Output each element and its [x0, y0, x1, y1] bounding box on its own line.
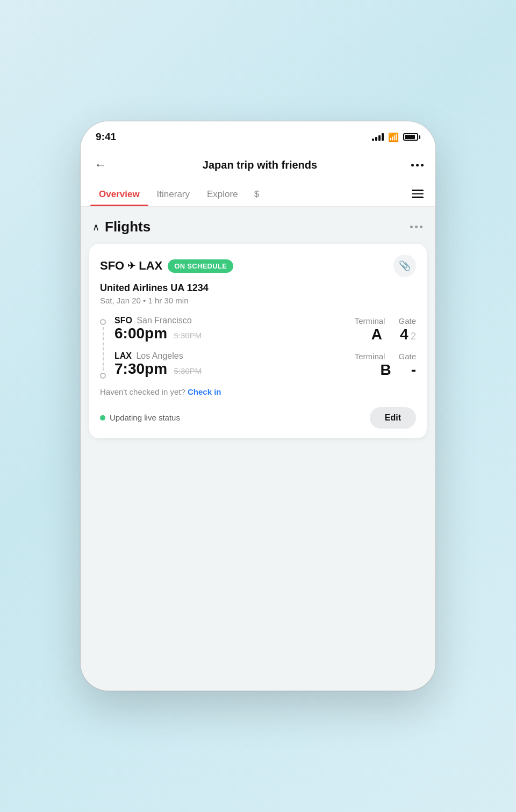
arr-airport-code: LAX: [114, 351, 132, 360]
section-more-button[interactable]: [410, 226, 422, 228]
flight-stops: SFO San Francisco 6:00pm 5:30PM Terminal: [100, 316, 416, 379]
stops-details: SFO San Francisco 6:00pm 5:30PM Terminal: [114, 316, 416, 379]
live-status-dot: [100, 415, 105, 421]
dep-terminal-value: A: [371, 326, 382, 343]
edit-button[interactable]: Edit: [370, 407, 416, 429]
dep-terminal-label: Terminal Gate: [355, 316, 416, 327]
route-airports: SFO ✈ LAX: [100, 259, 162, 273]
signal-icon: [372, 133, 384, 141]
checkin-row: Haven't checked in yet? Check in: [100, 387, 416, 396]
tab-menu-button[interactable]: [410, 187, 426, 200]
flights-section-header: ∧ Flights: [81, 207, 435, 244]
arrival-right: Terminal Gate B -: [355, 351, 416, 378]
dep-time: 6:00pm: [114, 325, 167, 342]
tab-explore[interactable]: Explore: [198, 182, 247, 206]
dep-old-time: 5:30PM: [174, 331, 202, 340]
arr-old-time: 5:30PM: [174, 366, 202, 375]
collapse-chevron[interactable]: ∧: [92, 221, 99, 233]
status-bar: 9:41 📶: [81, 121, 435, 149]
page-title: Japan trip with friends: [109, 159, 411, 171]
battery-icon: [403, 133, 420, 141]
section-title: Flights: [105, 219, 410, 235]
tab-dollar[interactable]: $: [247, 182, 267, 206]
dep-gate-sub: 2: [411, 331, 416, 342]
content-area: ∧ Flights SFO ✈ LAX ON SCHEDULE 📎: [81, 207, 435, 691]
arrival-row: LAX Los Angeles 7:30pm 5:30PM Terminal: [114, 351, 416, 378]
checkin-link[interactable]: Check in: [188, 387, 221, 396]
arr-terminal-value: B: [381, 361, 391, 378]
dep-airport-code: SFO: [114, 316, 132, 325]
attachment-button[interactable]: 📎: [393, 255, 416, 277]
flight-route: SFO ✈ LAX ON SCHEDULE: [100, 259, 233, 273]
route-dashed-line: [103, 327, 104, 371]
wifi-icon: 📶: [388, 132, 399, 142]
checkin-text: Haven't checked in yet?: [100, 387, 185, 396]
back-button[interactable]: ←: [92, 156, 109, 174]
live-status: Updating live status: [100, 413, 180, 422]
tabs-bar: Overview Itinerary Explore $: [81, 182, 435, 207]
status-badge: ON SCHEDULE: [168, 259, 233, 273]
arr-time: 7:30pm: [114, 360, 167, 377]
arrival-airport-code: LAX: [139, 259, 162, 273]
more-button[interactable]: [411, 164, 424, 166]
stops-timeline: [100, 316, 106, 379]
tab-overview[interactable]: Overview: [90, 182, 148, 206]
live-status-text: Updating live status: [110, 413, 180, 422]
phone-frame: 9:41 📶 ← Japan trip with friends Overvie…: [81, 121, 435, 691]
tab-itinerary[interactable]: Itinerary: [148, 182, 198, 206]
status-icons: 📶: [372, 132, 420, 142]
arrival-left: LAX Los Angeles 7:30pm 5:30PM: [114, 351, 202, 378]
dep-gate-value: 4: [400, 326, 408, 343]
arr-terminal-label: Terminal Gate: [355, 351, 416, 362]
arrival-circle: [100, 373, 106, 379]
status-time: 9:41: [96, 131, 116, 143]
airline-name: United Airlines UA 1234: [100, 282, 416, 294]
flight-route-row: SFO ✈ LAX ON SCHEDULE 📎: [100, 255, 416, 277]
card-footer: Updating live status Edit: [100, 404, 416, 429]
departure-right: Terminal Gate A 4 2: [355, 316, 416, 343]
departure-left: SFO San Francisco 6:00pm 5:30PM: [114, 316, 202, 342]
departure-row: SFO San Francisco 6:00pm 5:30PM Terminal: [114, 316, 416, 343]
departure-airport-code: SFO: [100, 259, 124, 273]
flight-card: SFO ✈ LAX ON SCHEDULE 📎 United Airlines …: [89, 244, 427, 438]
flight-date-duration: Sat, Jan 20 • 1 hr 30 min: [100, 296, 416, 305]
nav-header: ← Japan trip with friends: [81, 149, 435, 182]
departure-circle: [100, 319, 106, 325]
plane-icon: ✈: [127, 260, 135, 272]
dep-city: San Francisco: [137, 316, 191, 325]
arr-city: Los Angeles: [136, 351, 183, 360]
arr-gate-value: -: [411, 361, 416, 378]
